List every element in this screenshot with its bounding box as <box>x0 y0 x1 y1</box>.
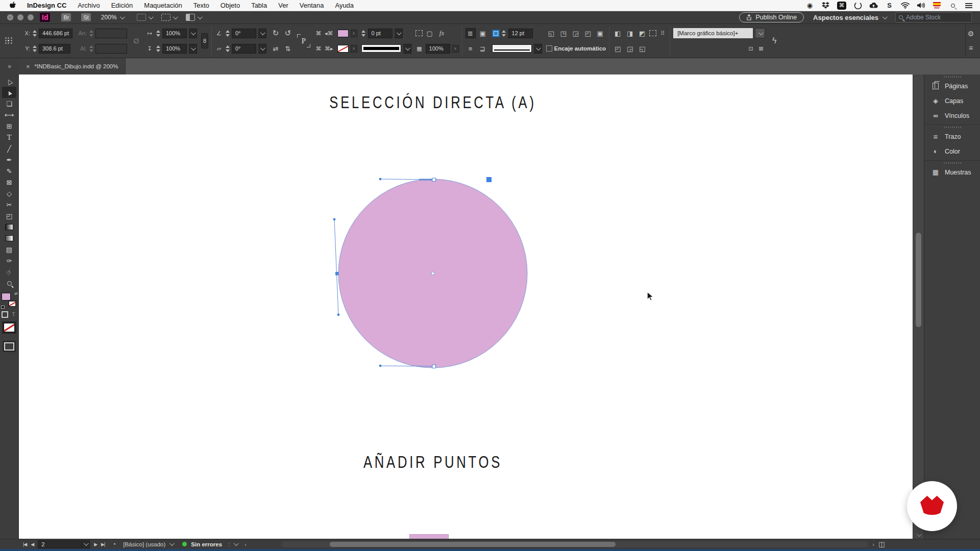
stroke-options-button[interactable]: › <box>351 45 357 53</box>
notification-center-icon[interactable] <box>964 2 973 10</box>
scale-y-dropdown[interactable] <box>189 44 197 54</box>
hand-tool[interactable]: ☞ <box>2 266 16 278</box>
dock-grip[interactable] <box>924 161 980 165</box>
creative-cloud-icon[interactable] <box>853 2 862 10</box>
selection-handle-square[interactable] <box>486 177 492 182</box>
arrange-documents-select[interactable] <box>186 14 201 21</box>
align-right-button[interactable]: ◩ <box>637 28 647 38</box>
anchor-point-top[interactable] <box>432 178 436 182</box>
free-transform-tool[interactable]: ◰ <box>2 210 16 221</box>
flip-horizontal-button[interactable]: ⇄ <box>271 43 281 54</box>
page-number-dropdown[interactable] <box>82 540 90 548</box>
effects-button[interactable]: fx <box>437 28 447 38</box>
flip-vertical-button[interactable]: ⇅ <box>283 43 293 54</box>
menu-maquetacion[interactable]: Maquetación <box>144 2 182 9</box>
last-page-button[interactable]: ▶| <box>101 542 105 547</box>
menu-tabla[interactable]: Tabla <box>251 2 267 9</box>
corner-shape-icon[interactable]: ▢ <box>425 28 435 38</box>
text-wrap-bounding-button[interactable]: ▣ <box>478 28 488 38</box>
horizontal-scrollbar-thumb[interactable] <box>330 542 616 547</box>
swap-fill-stroke-icon[interactable]: ⇄ <box>14 291 18 296</box>
page-tool[interactable]: ❏ <box>2 98 16 109</box>
panel-collapse-chevrons[interactable]: » <box>0 58 19 74</box>
fit-content-to-frame-button[interactable]: ◱ <box>546 28 556 38</box>
y-position-field[interactable]: 308.6 pt <box>39 44 70 54</box>
vertical-scrollbar-thumb[interactable] <box>916 233 921 327</box>
scissors-tool[interactable]: ✂ <box>2 199 16 210</box>
view-mode-button[interactable] <box>4 342 14 350</box>
window-minimize-button[interactable] <box>17 14 23 20</box>
document-canvas[interactable]: SELECCIÓN DIRECTA (A) AÑADIR PUNTOS <box>19 74 913 539</box>
center-point[interactable] <box>432 272 434 275</box>
panel-button-paginas[interactable]: Páginas <box>924 79 980 93</box>
stroke-style-select[interactable] <box>361 44 401 53</box>
object-style-dropdown[interactable] <box>755 28 765 38</box>
gradient-tool[interactable] <box>2 221 16 233</box>
workspace-switcher[interactable]: Aspectos esenciales <box>813 14 886 21</box>
preflight-icon[interactable]: ◔ <box>112 540 116 548</box>
shear-stepper[interactable] <box>225 45 230 52</box>
quick-apply-icon[interactable]: ϟ <box>769 36 779 46</box>
horizontal-scrollbar[interactable] <box>281 541 868 547</box>
panel-button-muestras[interactable]: ▦ Muestras <box>924 165 980 180</box>
screen-mode-select[interactable] <box>161 14 177 21</box>
first-page-button[interactable]: |◀ <box>23 542 27 547</box>
apply-none-button[interactable] <box>4 323 15 332</box>
chevron-down-icon[interactable] <box>169 541 175 546</box>
tab-close-icon[interactable]: × <box>26 63 30 70</box>
text-wrap-none-button[interactable]: ≣ <box>465 28 476 38</box>
fill-options-button[interactable]: › <box>351 30 357 37</box>
note-tool[interactable]: ▤ <box>2 244 16 255</box>
rotation-field[interactable]: 0° <box>232 29 256 38</box>
menu-app-name[interactable]: InDesign CC <box>27 2 66 9</box>
document-tab[interactable]: × *INDBasic_Dibujo.indd @ 200% <box>19 58 126 74</box>
scroll-right-arrow[interactable]: › <box>872 541 874 547</box>
fit-frame-to-content-button[interactable]: ◳ <box>558 28 569 38</box>
bridge-button[interactable]: Br <box>61 13 71 21</box>
rotate-cw-button[interactable]: ↻ <box>271 28 281 38</box>
grid-size-field[interactable]: 12 pt <box>508 29 533 38</box>
constrain-scale-icon[interactable]: 8 <box>201 33 208 48</box>
view-options-select[interactable] <box>137 14 152 21</box>
reference-point-proxy[interactable] <box>5 37 13 45</box>
break-link-style-button[interactable]: ⊠ <box>757 43 765 54</box>
clear-overrides-button[interactable]: ⊡ <box>747 43 755 54</box>
adobe-stock-search-input[interactable]: Adobe Stock <box>895 12 972 22</box>
cloud-upload-icon[interactable] <box>869 2 878 10</box>
domestika-badge[interactable] <box>907 481 957 531</box>
direct-selection-tool[interactable]: ▲ <box>2 87 16 98</box>
rotation-stepper[interactable] <box>225 30 230 37</box>
corner-options-icon[interactable] <box>415 30 423 36</box>
content-collector-tool[interactable]: ⊞ <box>2 120 16 132</box>
panel-button-capas[interactable]: ◈ Capas <box>924 93 980 108</box>
scroll-down-icon[interactable] <box>917 532 922 537</box>
spotlight-search-icon[interactable] <box>948 2 957 10</box>
dock-grip[interactable] <box>924 74 980 79</box>
frame-style-dropdown[interactable] <box>534 44 542 54</box>
control-panel-menu-icon[interactable]: ≡ <box>966 43 976 53</box>
distribute-options-icon[interactable]: ⠿ <box>658 28 667 38</box>
stroke-style-dropdown[interactable] <box>403 44 411 54</box>
preflight-profile-select[interactable]: [Básico] (usado) <box>123 541 165 547</box>
page-number-field[interactable]: 2 <box>38 540 82 548</box>
text-wrap-shape-button[interactable]: ≡ <box>465 43 476 54</box>
fill-proxy-swatch[interactable] <box>2 293 11 300</box>
text-wrap-jump-button[interactable]: ⊒ <box>478 43 488 54</box>
menu-archivo[interactable]: Archivo <box>78 2 100 9</box>
object-style-select[interactable]: [Marco gráfico básico]+ <box>673 28 753 38</box>
menu-edicion[interactable]: Edición <box>111 2 133 9</box>
next-page-button[interactable]: ▶ <box>94 542 97 547</box>
stroke-weight-dropdown[interactable] <box>395 29 403 38</box>
stroke-weight-stepper[interactable] <box>361 30 366 37</box>
align-to-selection-dropdown[interactable] <box>649 30 656 36</box>
publish-online-button[interactable]: Publish Online <box>739 12 804 22</box>
select-previous-button[interactable]: ◂⌘ <box>325 28 333 38</box>
select-next-button[interactable]: ⌘▸ <box>325 43 333 54</box>
volume-icon[interactable] <box>917 2 925 10</box>
auto-fit-checkbox[interactable] <box>546 45 552 52</box>
control-panel-gear-icon[interactable]: ⚙ <box>966 29 976 39</box>
shear-dropdown[interactable] <box>258 44 266 54</box>
align-middle-button[interactable]: ◲ <box>625 43 635 54</box>
type-tool[interactable]: T <box>2 132 16 143</box>
previous-page-button[interactable]: ◀ <box>31 542 34 547</box>
